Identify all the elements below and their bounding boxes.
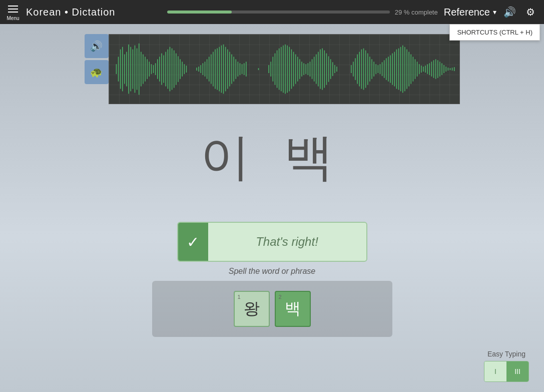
tile-2[interactable]: 2 백 — [275, 291, 311, 327]
header-right: Reference ▾ 🔊 ⚙ — [444, 4, 538, 20]
answer-check-icon: ✓ — [178, 223, 208, 261]
reference-button[interactable]: Reference ▾ — [444, 7, 496, 18]
easy-typing-btn-iii[interactable]: III — [506, 361, 528, 381]
tile-2-number: 2 — [279, 294, 282, 300]
answer-box: ✓ That's right! — [177, 222, 367, 262]
waveform-display — [109, 34, 460, 104]
settings-button[interactable]: ⚙ — [523, 4, 538, 20]
easy-typing-buttons: I III — [484, 361, 529, 382]
menu-label: Menu — [7, 16, 19, 21]
progress-text: 29 % complete — [395, 9, 438, 16]
slow-play-button[interactable]: 🐢 — [85, 60, 109, 84]
progress-bar-fill — [167, 11, 232, 14]
progress-bar-background — [167, 11, 389, 14]
audio-controls: 🔊 🐢 — [85, 34, 109, 104]
answer-text: That's right! — [208, 235, 366, 249]
easy-typing-btn-i[interactable]: I — [484, 361, 506, 381]
app-title: Korean • Dictation — [26, 7, 161, 18]
easy-typing-section: Easy Typing I III — [484, 350, 529, 382]
play-button[interactable]: 🔊 — [85, 34, 109, 58]
korean-text-display: 이 백 — [200, 124, 344, 192]
tile-1[interactable]: 1 왕 — [234, 291, 270, 327]
spell-instruction: Spell the word or phrase — [229, 267, 315, 276]
menu-button[interactable]: Menu — [6, 4, 20, 21]
reference-label: Reference — [444, 7, 490, 18]
chevron-down-icon: ▾ — [493, 8, 496, 16]
shortcuts-text: SHORTCUTS (CTRL + H) — [457, 29, 532, 36]
audio-button[interactable]: 🔊 — [500, 4, 519, 20]
tiles-area: 1 왕 2 백 — [152, 281, 392, 337]
shortcuts-tooltip: SHORTCUTS (CTRL + H) — [449, 24, 540, 41]
header: Menu Korean • Dictation 29 % complete Re… — [0, 0, 544, 24]
tile-1-number: 1 — [238, 294, 241, 300]
menu-icon — [6, 4, 20, 15]
waveform-svg — [109, 35, 459, 104]
waveform-container: 🔊 🐢 — [85, 34, 460, 104]
tile-1-char: 왕 — [244, 298, 260, 320]
progress-section: 29 % complete — [167, 9, 437, 16]
tile-2-char: 백 — [285, 298, 301, 320]
main-content: 🔊 🐢 — [0, 24, 544, 337]
easy-typing-label: Easy Typing — [487, 350, 525, 358]
